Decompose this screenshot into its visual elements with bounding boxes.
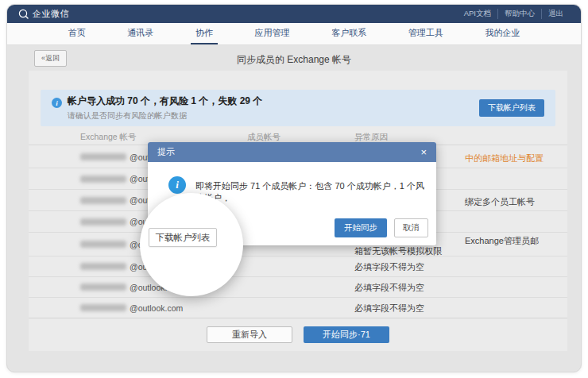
email-domain: @outlook.com (130, 303, 183, 313)
table-row: @outlook.com 必填字段不得为空 (29, 297, 567, 318)
alert-text: 帐户导入成功 70 个，有风险 1 个，失败 29 个 请确认是否同步有风险的帐… (68, 94, 262, 122)
tab-contacts[interactable]: 通讯录 (122, 23, 158, 44)
dialog-title: 提示 (157, 146, 175, 158)
redacted-username (80, 197, 126, 204)
info-icon: i (168, 176, 186, 194)
dialog-header: 提示 × (148, 142, 436, 162)
table-row: @outlook.com 必填字段不得为空 (29, 256, 567, 276)
column-header-error-reason: 异常原因 (354, 132, 388, 143)
spotlight-circle: 下载帐户列表 (140, 193, 243, 296)
reason-text: 中的邮箱地址与配置 (465, 152, 544, 164)
alert-title: 帐户导入成功 70 个，有风险 1 个，失败 29 个 (68, 94, 262, 108)
tab-home[interactable]: 首页 (64, 23, 91, 44)
email-cell: @outlook.com (80, 303, 183, 313)
brand-name: 企业微信 (33, 8, 69, 20)
tab-collaboration[interactable]: 协作 (191, 23, 218, 44)
download-account-list-button[interactable]: 下载帐户列表 (479, 99, 544, 117)
top-links: API文档 帮助中心 退出 (458, 9, 570, 19)
app-window: 企业微信 API文档 帮助中心 退出 首页 通讯录 协作 应用管理 客户联系 管… (6, 4, 582, 372)
reimport-button[interactable]: 重新导入 (207, 326, 292, 343)
wecom-logo-icon (18, 9, 29, 19)
tab-admin-tools[interactable]: 管理工具 (404, 23, 448, 44)
column-header-exchange-account: Exchange 帐号 (80, 132, 137, 143)
reason-text: 必填字段不得为空 (354, 281, 424, 293)
reason-text-line1: Exchange管理员邮 (465, 235, 539, 247)
tab-app-management[interactable]: 应用管理 (250, 23, 295, 44)
dialog-footer: 开始同步 取消 (335, 218, 428, 237)
redacted-username (80, 176, 126, 183)
redacted-username (80, 284, 126, 291)
cancel-button[interactable]: 取消 (394, 218, 428, 237)
reason-text: 必填字段不得为空 (354, 302, 424, 314)
reason-text: 绑定多个员工帐号 (465, 196, 535, 208)
info-icon: i (52, 98, 62, 108)
redacted-username (80, 263, 126, 270)
download-account-list-highlight-button[interactable]: 下载帐户列表 (149, 228, 217, 247)
import-result-alert: i 帐户导入成功 70 个，有风险 1 个，失败 29 个 请确认是否同步有风险… (41, 90, 555, 126)
confirm-sync-button[interactable]: 开始同步 (335, 218, 387, 237)
top-link-logout[interactable]: 退出 (541, 9, 570, 19)
table-row: @outlook.com 必填字段不得为空 (29, 276, 567, 297)
panel-footer: 重新导入 开始同步·71 (29, 326, 567, 343)
redacted-username (80, 304, 126, 311)
column-header-member-account: 成员帐号 (247, 132, 280, 143)
reason-text: 必填字段不得为空 (354, 260, 424, 272)
start-sync-button[interactable]: 开始同步·71 (304, 326, 389, 343)
tab-my-company[interactable]: 我的企业 (480, 23, 524, 44)
brand[interactable]: 企业微信 (18, 8, 69, 20)
nav-bar: 首页 通讯录 协作 应用管理 客户联系 管理工具 我的企业 (7, 23, 581, 45)
alert-subtitle: 请确认是否同步有风险的帐户数据 (68, 110, 262, 122)
redacted-username (80, 153, 126, 160)
page-title: 同步成员的 Exchange 帐号 (7, 53, 581, 67)
footer-divider (29, 318, 567, 318)
redacted-username (80, 218, 126, 226)
top-link-help-center[interactable]: 帮助中心 (497, 9, 541, 19)
tab-customer-contact[interactable]: 客户联系 (327, 23, 371, 44)
top-link-api-docs[interactable]: API文档 (458, 9, 497, 19)
top-bar: 企业微信 API文档 帮助中心 退出 (7, 5, 581, 23)
close-icon[interactable]: × (420, 147, 427, 157)
redacted-username (80, 241, 126, 248)
dialog-message: 即将开始同步 71 个成员帐户：包含 70 个成功帐户，1 个风险帐户， (195, 180, 424, 205)
